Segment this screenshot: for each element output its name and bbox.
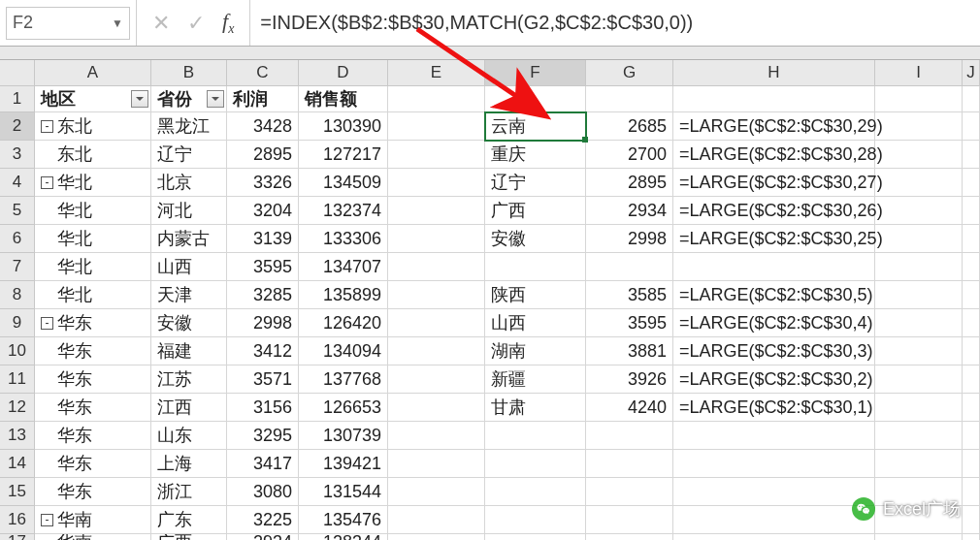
cell-H8[interactable]: =LARGE($C$2:$C$30,5) <box>673 281 875 309</box>
row-header-13[interactable]: 13 <box>0 422 35 450</box>
cell-F15[interactable] <box>485 478 586 506</box>
cell-C2[interactable]: 3428 <box>227 112 299 141</box>
cell-A3[interactable]: 东北 <box>35 141 151 169</box>
cell-J7[interactable] <box>963 253 980 281</box>
cell-H14[interactable] <box>673 450 875 478</box>
cell-A4[interactable]: -华北 <box>35 169 151 197</box>
cell-H10[interactable]: =LARGE($C$2:$C$30,3) <box>673 337 875 365</box>
cell-G4[interactable]: 2895 <box>586 169 673 197</box>
cell-F16[interactable] <box>485 506 586 534</box>
confirm-icon[interactable]: ✓ <box>187 11 205 36</box>
cell-E3[interactable] <box>388 141 485 169</box>
cell-F10[interactable]: 湖南 <box>485 337 586 365</box>
cell-B13[interactable]: 山东 <box>151 422 227 450</box>
cell-G2[interactable]: 2685 <box>586 112 673 141</box>
cell-D6[interactable]: 133306 <box>299 225 388 253</box>
cell-D11[interactable]: 137768 <box>299 365 388 394</box>
cell-G15[interactable] <box>586 478 673 506</box>
cell-B12[interactable]: 江西 <box>151 394 227 422</box>
cell-I1[interactable] <box>875 86 963 112</box>
select-all-corner[interactable] <box>0 60 35 86</box>
cell-F6[interactable]: 安徽 <box>485 225 586 253</box>
cell-H3[interactable]: =LARGE($C$2:$C$30,28) <box>673 141 875 169</box>
cell-E9[interactable] <box>388 309 485 337</box>
cell-C11[interactable]: 3571 <box>227 365 299 394</box>
cell-D5[interactable]: 132374 <box>299 197 388 225</box>
cell-A17[interactable]: 华南 <box>35 534 151 540</box>
col-header-F[interactable]: F <box>485 60 586 86</box>
cell-B8[interactable]: 天津 <box>151 281 227 309</box>
cell-J9[interactable] <box>963 309 980 337</box>
cell-A14[interactable]: 华东 <box>35 450 151 478</box>
cell-A5[interactable]: 华北 <box>35 197 151 225</box>
row-header-7[interactable]: 7 <box>0 253 35 281</box>
cell-C17[interactable]: 2934 <box>227 534 299 540</box>
cell-D12[interactable]: 126653 <box>299 394 388 422</box>
cell-J17[interactable] <box>963 534 980 540</box>
cell-B10[interactable]: 福建 <box>151 337 227 365</box>
cell-G13[interactable] <box>586 422 673 450</box>
col-header-I[interactable]: I <box>875 60 963 86</box>
cell-C15[interactable]: 3080 <box>227 478 299 506</box>
cell-H5[interactable]: =LARGE($C$2:$C$30,26) <box>673 197 875 225</box>
cell-F8[interactable]: 陕西 <box>485 281 586 309</box>
cell-E4[interactable] <box>388 169 485 197</box>
cell-A10[interactable]: 华东 <box>35 337 151 365</box>
row-header-16[interactable]: 16 <box>0 506 35 534</box>
row-header-9[interactable]: 9 <box>0 309 35 337</box>
cell-I11[interactable] <box>875 365 963 394</box>
cell-F2[interactable]: 云南 <box>485 112 586 141</box>
cell-J13[interactable] <box>963 422 980 450</box>
col-header-H[interactable]: H <box>673 60 875 86</box>
row-header-12[interactable]: 12 <box>0 394 35 422</box>
col-header-B[interactable]: B <box>151 60 227 86</box>
cell-I7[interactable] <box>875 253 963 281</box>
cell-G1[interactable] <box>586 86 673 112</box>
row-header-14[interactable]: 14 <box>0 450 35 478</box>
row-header-6[interactable]: 6 <box>0 225 35 253</box>
cell-A8[interactable]: 华北 <box>35 281 151 309</box>
cell-H13[interactable] <box>673 422 875 450</box>
fx-icon[interactable]: fx <box>222 9 234 37</box>
cell-G7[interactable] <box>586 253 673 281</box>
cell-D16[interactable]: 135476 <box>299 506 388 534</box>
col-header-J[interactable]: J <box>963 60 980 86</box>
cell-G10[interactable]: 3881 <box>586 337 673 365</box>
cell-J3[interactable] <box>963 141 980 169</box>
filter-button-A[interactable] <box>131 90 148 108</box>
spreadsheet-grid[interactable]: A B C D E F G H I J 1 地区 省份 利润 销售额 2-东北黑… <box>0 60 980 540</box>
cell-I5[interactable] <box>875 197 963 225</box>
cell-D13[interactable]: 130739 <box>299 422 388 450</box>
cell-E1[interactable] <box>388 86 485 112</box>
cell-G9[interactable]: 3595 <box>586 309 673 337</box>
cell-J11[interactable] <box>963 365 980 394</box>
cell-F5[interactable]: 广西 <box>485 197 586 225</box>
col-header-D[interactable]: D <box>299 60 388 86</box>
cell-E8[interactable] <box>388 281 485 309</box>
cell-B3[interactable]: 辽宁 <box>151 141 227 169</box>
cell-C5[interactable]: 3204 <box>227 197 299 225</box>
cell-E17[interactable] <box>388 534 485 540</box>
cell-E15[interactable] <box>388 478 485 506</box>
row-header-2[interactable]: 2 <box>0 112 35 141</box>
cell-H2[interactable]: =LARGE($C$2:$C$30,29) <box>673 112 875 141</box>
cell-I8[interactable] <box>875 281 963 309</box>
cell-H9[interactable]: =LARGE($C$2:$C$30,4) <box>673 309 875 337</box>
cell-J6[interactable] <box>963 225 980 253</box>
cell-B4[interactable]: 北京 <box>151 169 227 197</box>
cell-I17[interactable] <box>875 534 963 540</box>
cell-B2[interactable]: 黑龙江 <box>151 112 227 141</box>
cell-E12[interactable] <box>388 394 485 422</box>
cell-F14[interactable] <box>485 450 586 478</box>
cell-E13[interactable] <box>388 422 485 450</box>
cell-J14[interactable] <box>963 450 980 478</box>
cell-C10[interactable]: 3412 <box>227 337 299 365</box>
outline-collapse-button[interactable]: - <box>41 176 53 189</box>
cell-J2[interactable] <box>963 112 980 141</box>
cell-A6[interactable]: 华北 <box>35 225 151 253</box>
cell-B11[interactable]: 江苏 <box>151 365 227 394</box>
row-header-3[interactable]: 3 <box>0 141 35 169</box>
col-header-G[interactable]: G <box>586 60 673 86</box>
cell-F3[interactable]: 重庆 <box>485 141 586 169</box>
cell-C13[interactable]: 3295 <box>227 422 299 450</box>
